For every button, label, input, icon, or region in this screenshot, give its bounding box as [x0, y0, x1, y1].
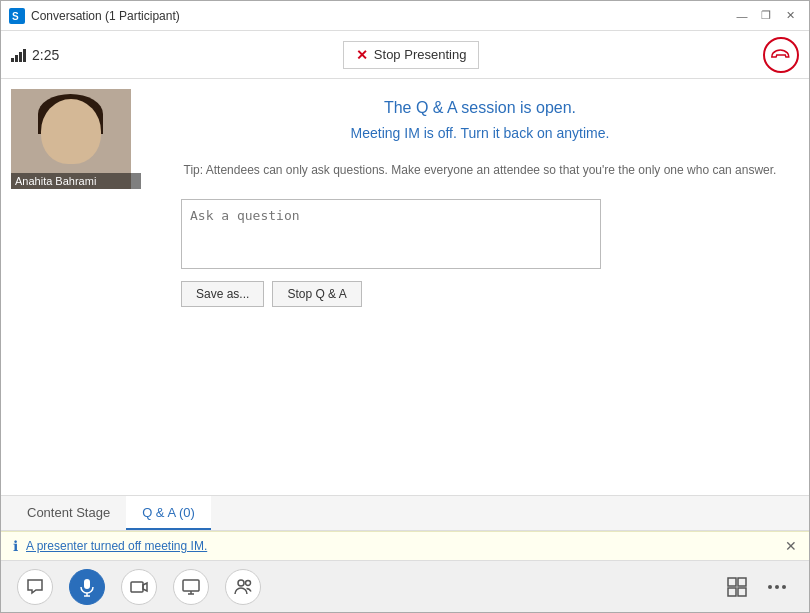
- svg-rect-6: [183, 580, 199, 591]
- participants-button[interactable]: [225, 569, 261, 605]
- main-window: S Conversation (1 Participant) — ❐ ✕ 2:2…: [0, 0, 810, 613]
- microphone-icon: [77, 577, 97, 597]
- close-button[interactable]: ✕: [779, 5, 801, 27]
- qa-panel: The Q & A session is open. Meeting IM is…: [151, 79, 809, 495]
- bar1: [11, 58, 14, 62]
- svg-text:S: S: [12, 11, 19, 22]
- layout-button[interactable]: [721, 571, 753, 603]
- svg-point-17: [782, 585, 786, 589]
- bottom-bar: [1, 560, 809, 612]
- avatar-name: Anahita Bahrami: [11, 173, 141, 189]
- tab-bar: Content Stage Q & A (0): [1, 495, 809, 531]
- tab-content-stage[interactable]: Content Stage: [11, 496, 126, 530]
- restore-button[interactable]: ❐: [755, 5, 777, 27]
- svg-point-10: [246, 580, 251, 585]
- chat-icon: [25, 577, 45, 597]
- svg-rect-14: [738, 588, 746, 596]
- window-title: Conversation (1 Participant): [31, 9, 731, 23]
- bar3: [19, 52, 22, 62]
- audio-button[interactable]: [69, 569, 105, 605]
- im-off-message: Meeting IM is off. Turn it back on anyti…: [181, 125, 779, 141]
- camera-icon: [129, 577, 149, 597]
- more-icon: [766, 576, 788, 598]
- minimize-button[interactable]: —: [731, 5, 753, 27]
- bar4: [23, 49, 26, 62]
- screen-share-button[interactable]: [173, 569, 209, 605]
- info-close-button[interactable]: ✕: [785, 538, 797, 554]
- bottom-left-controls: [17, 569, 261, 605]
- layout-icon: [726, 576, 748, 598]
- svg-point-9: [238, 580, 244, 586]
- stop-presenting-label: Stop Presenting: [374, 47, 467, 62]
- content-area: Anahita Bahrami The Q & A session is ope…: [1, 79, 809, 495]
- avatar-face: [41, 99, 101, 164]
- svg-point-16: [775, 585, 779, 589]
- action-buttons: Save as... Stop Q & A: [181, 281, 779, 307]
- phone-icon: [771, 45, 791, 65]
- info-icon: ℹ: [13, 538, 18, 554]
- bottom-right-controls: [721, 571, 793, 603]
- stop-presenting-button[interactable]: ✕ Stop Presenting: [343, 41, 480, 69]
- signal-bars: [11, 48, 26, 62]
- svg-point-15: [768, 585, 772, 589]
- window-controls: — ❐ ✕: [731, 5, 801, 27]
- tip-text: Tip: Attendees can only ask questions. M…: [181, 161, 779, 179]
- signal-time: 2:25: [11, 47, 59, 63]
- save-as-button[interactable]: Save as...: [181, 281, 264, 307]
- svg-rect-12: [738, 578, 746, 586]
- qa-open-title: The Q & A session is open.: [181, 99, 779, 117]
- x-icon: ✕: [356, 47, 368, 63]
- title-bar: S Conversation (1 Participant) — ❐ ✕: [1, 1, 809, 31]
- participants-icon: [233, 577, 253, 597]
- svg-rect-2: [84, 579, 90, 589]
- call-timer: 2:25: [32, 47, 59, 63]
- svg-rect-13: [728, 588, 736, 596]
- bar2: [15, 55, 18, 62]
- video-button[interactable]: [121, 569, 157, 605]
- left-panel: Anahita Bahrami: [1, 79, 151, 495]
- question-input[interactable]: [181, 199, 601, 269]
- svg-rect-11: [728, 578, 736, 586]
- chat-button[interactable]: [17, 569, 53, 605]
- end-call-button[interactable]: [763, 37, 799, 73]
- toolbar: 2:25 ✕ Stop Presenting: [1, 31, 809, 79]
- avatar-card: Anahita Bahrami: [11, 89, 141, 189]
- more-options-button[interactable]: [761, 571, 793, 603]
- info-message[interactable]: A presenter turned off meeting IM.: [26, 539, 777, 553]
- tab-qa[interactable]: Q & A (0): [126, 496, 211, 530]
- info-bar: ℹ A presenter turned off meeting IM. ✕: [1, 531, 809, 560]
- app-icon: S: [9, 8, 25, 24]
- screen-share-icon: [181, 577, 201, 597]
- stop-qa-button[interactable]: Stop Q & A: [272, 281, 361, 307]
- svg-rect-5: [131, 582, 143, 592]
